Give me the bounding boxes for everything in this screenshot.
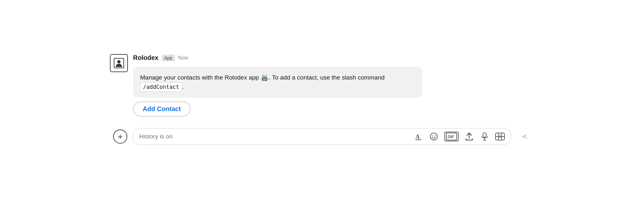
message-header: Rolodex App Now [133,54,422,62]
emoji-icon[interactable] [429,132,439,141]
svg-point-5 [432,136,433,137]
upload-icon[interactable] [464,132,474,141]
message-input[interactable] [139,133,410,140]
message-text-part3: . [182,83,184,90]
plus-button[interactable]: + [113,129,127,144]
send-button[interactable] [518,130,531,143]
text-format-icon[interactable]: A [414,132,423,141]
message-row: Rolodex App Now Manage your contacts wit… [110,54,534,117]
message-content: Rolodex App Now Manage your contacts wit… [133,54,422,117]
gif-icon[interactable]: GIF [444,132,459,141]
add-contact-button[interactable]: Add Contact [133,101,191,117]
mic-icon[interactable] [480,132,489,141]
svg-rect-9 [483,133,486,137]
timestamp: Now [178,55,188,61]
app-name: Rolodex [133,54,158,62]
input-area: + A [110,128,534,145]
app-badge: App [162,55,175,61]
video-icon[interactable] [495,132,505,141]
message-text-part1: Manage your contacts with the Rolodex ap… [140,74,261,81]
svg-text:GIF: GIF [448,135,454,139]
message-text-part2: . To add a contact, use the slash comman… [269,74,385,81]
avatar [110,54,128,72]
input-icons: A GIF [414,132,505,141]
svg-point-1 [117,60,121,63]
message-bubble: Manage your contacts with the Rolodex ap… [133,67,422,98]
svg-point-4 [430,133,437,140]
input-wrapper: A GIF [132,128,512,145]
plus-icon: + [118,132,122,142]
chat-container: Rolodex App Now Manage your contacts wit… [97,48,547,151]
svg-point-6 [435,136,436,137]
rolodex-emoji: 🖨️ [261,74,269,81]
svg-text:A: A [416,134,420,140]
slash-command: /addContact [140,82,182,92]
